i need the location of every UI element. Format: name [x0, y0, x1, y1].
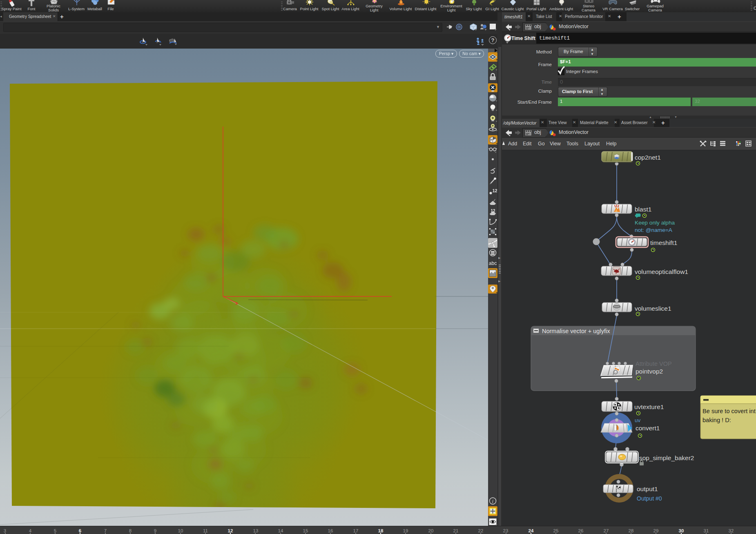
svg-text:4: 4	[29, 528, 32, 533]
svg-text:32: 32	[729, 528, 734, 533]
svg-text:13: 13	[253, 528, 259, 533]
svg-text:11: 11	[203, 528, 208, 533]
svg-text:uv: uv	[635, 417, 641, 423]
svg-text:12: 12	[228, 528, 233, 533]
svg-text:7: 7	[104, 528, 107, 533]
svg-text:Attribute VOP: Attribute VOP	[636, 360, 672, 367]
svg-text:blast1: blast1	[635, 206, 651, 213]
svg-text:volumeopticalflow1: volumeopticalflow1	[635, 268, 688, 275]
svg-text:Be sure to covert int: Be sure to covert int	[702, 408, 756, 414]
svg-text:not: @name=A: not: @name=A	[635, 227, 673, 233]
svg-text:23: 23	[503, 528, 508, 533]
svg-text:9: 9	[154, 528, 156, 533]
svg-text:20: 20	[428, 528, 434, 533]
svg-text:21: 21	[453, 528, 459, 533]
svg-text:8: 8	[129, 528, 132, 533]
svg-text:18: 18	[378, 528, 384, 533]
svg-text:19: 19	[403, 528, 408, 533]
svg-text:10: 10	[178, 528, 183, 533]
svg-text:12: 12	[493, 188, 497, 193]
svg-text:17: 17	[353, 528, 359, 533]
svg-text:i: i	[492, 498, 493, 504]
svg-text:28: 28	[629, 528, 634, 533]
svg-text:abc: abc	[489, 260, 497, 266]
svg-text:12: 12	[491, 209, 496, 213]
svg-text:14: 14	[278, 528, 283, 533]
svg-text:uvtexture1: uvtexture1	[634, 403, 664, 410]
svg-text:31: 31	[704, 528, 709, 533]
svg-text:z: z	[235, 301, 237, 305]
svg-text:5: 5	[54, 528, 56, 533]
svg-text:16: 16	[328, 528, 333, 533]
svg-text:sop_simple_baker2: sop_simple_baker2	[639, 454, 694, 461]
svg-text:Output #0: Output #0	[637, 495, 662, 502]
svg-text:15: 15	[303, 528, 308, 533]
svg-text:timeshift1: timeshift1	[650, 239, 677, 246]
svg-text:29: 29	[653, 528, 659, 533]
svg-text:baking ! D:: baking ! D:	[702, 417, 731, 423]
svg-text:volumeslice1: volumeslice1	[635, 305, 671, 312]
svg-text:26: 26	[578, 528, 584, 533]
svg-text:cop2net1: cop2net1	[635, 154, 661, 161]
svg-text:convert1: convert1	[636, 425, 660, 432]
svg-text:pointvop2: pointvop2	[636, 368, 663, 375]
svg-text:Keep only alpha: Keep only alpha	[635, 220, 675, 226]
svg-text:6: 6	[79, 528, 81, 533]
svg-text:Normalise vector + uglyfix: Normalise vector + uglyfix	[542, 328, 610, 334]
svg-text:output1: output1	[637, 485, 658, 492]
svg-text:24: 24	[529, 528, 534, 533]
svg-text:27: 27	[604, 528, 609, 533]
svg-text:25: 25	[553, 528, 559, 533]
svg-text:3: 3	[4, 528, 6, 533]
svg-text:30: 30	[679, 528, 684, 533]
svg-text:22: 22	[478, 528, 484, 533]
